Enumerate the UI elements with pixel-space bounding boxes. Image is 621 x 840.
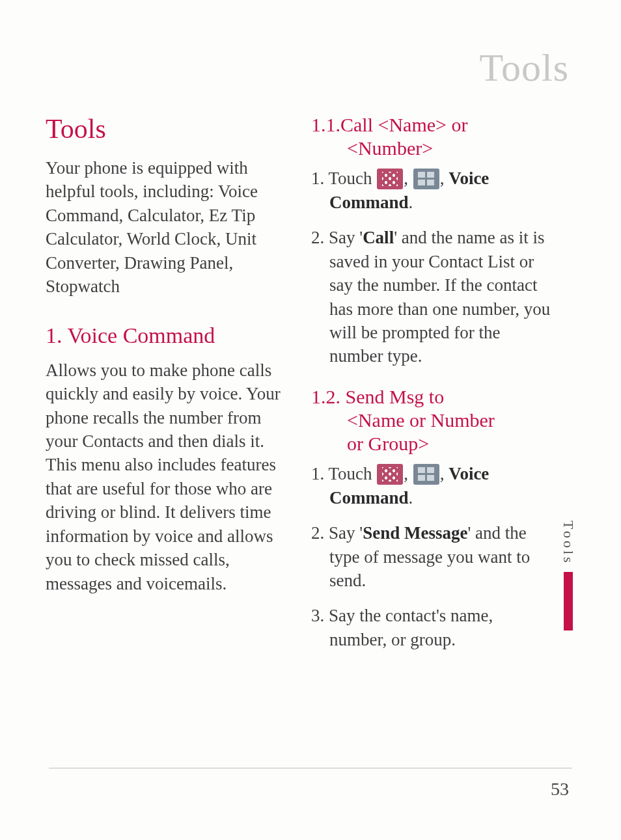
step-touch-voice-command: 1. Touch , , Voice Command. [311, 167, 552, 214]
step-say-send-message: 2. Say 'Send Message' and the type of me… [311, 521, 552, 592]
heading-line: <Number> [311, 137, 552, 160]
step-say-call: 2. Say 'Call' and the name as it is save… [311, 226, 552, 368]
left-column: Tools Your phone is equipped with helpfu… [46, 113, 286, 663]
step-text: , [404, 169, 413, 188]
step-text: , [440, 464, 449, 483]
step-bold: Call [363, 228, 394, 247]
footer-divider [49, 768, 572, 768]
apps-grid-icon [377, 169, 403, 189]
tools-icon [413, 464, 439, 485]
heading-line: or Group> [311, 432, 552, 455]
step-text: . [409, 193, 413, 212]
tools-icon [413, 169, 439, 189]
side-tab-label: Tools [560, 521, 577, 565]
step-text: , [404, 464, 413, 483]
heading-tools: Tools [46, 113, 286, 144]
step-bold: Send Message [363, 523, 467, 543]
heading-line: 1.1.Call <Name> or [311, 114, 467, 135]
side-tab: Tools [560, 521, 577, 630]
step-text: , [440, 169, 449, 188]
side-tab-bar [564, 572, 573, 630]
content-columns: Tools Your phone is equipped with helpfu… [46, 113, 575, 663]
step-touch-voice-command-2: 1. Touch , , Voice Command. [311, 462, 552, 509]
step-text: 2. Say ' [311, 228, 363, 247]
voice-command-body: Allows you to make phone calls quickly a… [46, 359, 286, 595]
step-text: 1. Touch [311, 169, 376, 188]
page-title: Tools [46, 46, 575, 90]
heading-line: 1.2. Send Msg to [311, 386, 444, 407]
intro-text: Your phone is equipped with helpful tool… [46, 156, 286, 299]
page-number: 53 [551, 779, 569, 800]
heading-line: <Name or Number [311, 409, 552, 432]
heading-voice-command: 1. Voice Command [46, 323, 286, 348]
step-text: 2. Say ' [311, 523, 363, 543]
right-column: 1.1.Call <Name> or <Number> 1. Touch , ,… [311, 113, 552, 663]
apps-grid-icon [377, 464, 403, 485]
step-text: . [409, 488, 413, 508]
step-text: ' and the name as it is saved in your Co… [329, 228, 550, 366]
heading-send-msg: 1.2. Send Msg to <Name or Number or Grou… [311, 385, 552, 455]
step-text: 1. Touch [311, 464, 376, 483]
step-say-contact: 3. Say the contact's name, number, or gr… [311, 604, 552, 651]
heading-call-name-number: 1.1.Call <Name> or <Number> [311, 113, 552, 160]
